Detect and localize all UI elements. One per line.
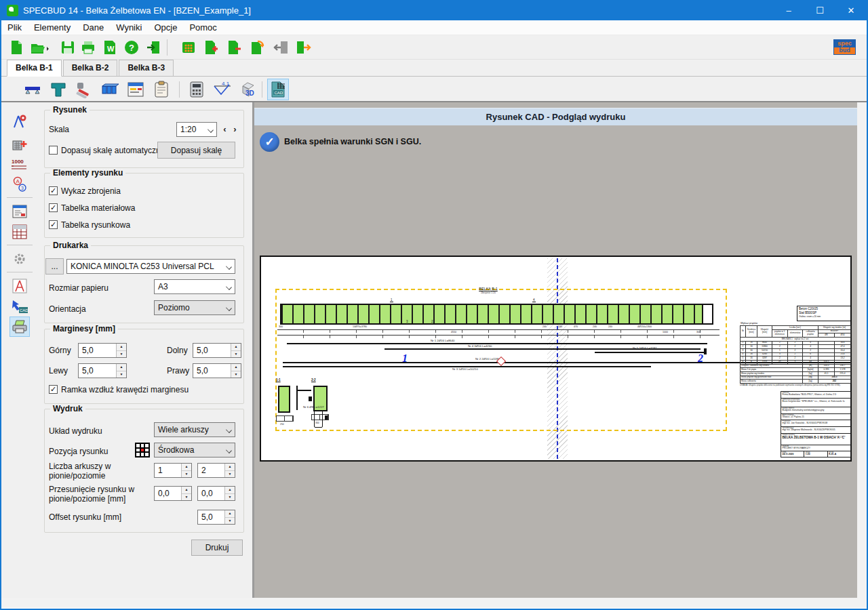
- tabelka-rysunkowa-checkbox[interactable]: [49, 220, 58, 229]
- dimension-text: 240: [558, 325, 562, 328]
- menu-plik[interactable]: Plik: [1, 21, 28, 34]
- elements-list-button[interactable]: [179, 38, 198, 57]
- cad-drawing-button[interactable]: CAD: [267, 79, 289, 100]
- word-doc-icon: W: [102, 40, 117, 55]
- drawing-settings-button[interactable]: [9, 112, 30, 132]
- dimension-text: 470: [574, 325, 578, 328]
- new-file-button[interactable]: [7, 38, 26, 57]
- next-element-button[interactable]: [294, 38, 313, 57]
- menu-opcje[interactable]: Opcje: [148, 21, 183, 34]
- skala-combo[interactable]: 1:20: [176, 122, 217, 137]
- preview-caption: Rysunek CAD - Podgląd wydruku: [254, 108, 857, 125]
- auto-scale-checkbox[interactable]: [49, 146, 58, 155]
- print-preview-button[interactable]: [9, 317, 30, 337]
- dimension-text: 300: [279, 325, 283, 328]
- add-element-icon: [203, 40, 220, 55]
- shift-vertical-spinner[interactable]: 0,0▲▼: [154, 486, 192, 501]
- rebar-table-button[interactable]: [9, 222, 30, 242]
- menu-dane[interactable]: Dane: [77, 21, 110, 34]
- print-button-main[interactable]: Drukuj: [191, 540, 243, 556]
- save-button[interactable]: [58, 38, 77, 57]
- skala-prev-button[interactable]: ‹: [220, 123, 229, 136]
- frame-checkbox[interactable]: [49, 385, 58, 394]
- results-diagram-button[interactable]: 4,1: [212, 79, 233, 100]
- print-settings-panel: Rysunek Skala 1:20 ‹ › Dopasuj skalę aut…: [39, 102, 252, 598]
- rebar-schedule-note: UWAGA: Długości prętów obliczono na pods…: [740, 384, 851, 387]
- cad-export-button[interactable]: CAD: [9, 296, 30, 317]
- notes-button[interactable]: [151, 79, 172, 100]
- remove-element-icon: [226, 40, 243, 55]
- add-element-button[interactable]: [202, 38, 221, 57]
- dimension-text: 4550: [451, 331, 456, 333]
- shift-horizontal-spinner[interactable]: 0,0▲▼: [197, 486, 235, 501]
- orientation-combo[interactable]: Poziomo: [154, 300, 235, 315]
- labels-button[interactable]: A3: [9, 174, 30, 195]
- tab-belka-b2[interactable]: Belka B-2: [63, 60, 118, 76]
- printer-combo[interactable]: KONICA MINOLTA C253 Universal PCL: [66, 259, 235, 274]
- spans-3d-button[interactable]: [99, 79, 121, 100]
- beam-drawing-subtitle: Zbrojenie 1:20: [458, 291, 519, 294]
- maximize-button[interactable]: ☐: [804, 0, 835, 20]
- previous-element-button[interactable]: [271, 38, 290, 57]
- copy-element-button[interactable]: [248, 38, 267, 57]
- margin-bottom-spinner[interactable]: 5,0▲▼: [193, 343, 241, 358]
- skala-next-button[interactable]: ›: [231, 123, 239, 136]
- margin-left-spinner[interactable]: 5,0▲▼: [78, 363, 127, 378]
- group-rysunek: Rysunek: [44, 110, 244, 168]
- spin-down-icon: ▼: [231, 350, 241, 358]
- tab-belka-b1[interactable]: Belka B-1: [7, 60, 62, 77]
- loads-dialog-button[interactable]: [125, 79, 146, 100]
- open-file-button[interactable]: [28, 38, 53, 57]
- material-box: Beton C20/25 Stal B500SP Otulina: cnom =…: [797, 306, 851, 321]
- rebar-label: Nr 4 3Ø16 L=4260: [468, 344, 492, 348]
- drawing-window-button[interactable]: [9, 201, 30, 222]
- frame-label: Ramka wzdłuż krawędzi marginesu: [61, 385, 189, 394]
- dimension-text: 300: [696, 331, 701, 333]
- spin-up-icon: ▲: [182, 487, 191, 493]
- exit-button[interactable]: [144, 38, 163, 57]
- tabelka-materialowa-checkbox[interactable]: [49, 203, 58, 212]
- margin-top-spinner[interactable]: 5,0▲▼: [78, 343, 127, 358]
- layout-combo[interactable]: Wiele arkuszy: [154, 422, 235, 437]
- menu-elementy[interactable]: Elementy: [28, 21, 77, 34]
- fit-scale-button[interactable]: Dopasuj skalę: [157, 142, 235, 159]
- wykaz-zbrojenia-checkbox[interactable]: [49, 186, 58, 195]
- sheet-number-2: 2: [698, 352, 703, 365]
- menu-wyniki[interactable]: Wyniki: [110, 21, 148, 34]
- help-button[interactable]: ?: [122, 38, 141, 57]
- left-icon-strip: 1000 A3 CAD: [1, 102, 39, 598]
- export-word-button[interactable]: W: [100, 38, 119, 57]
- sheets-horizontal-spinner[interactable]: 2▲▼: [197, 463, 235, 478]
- minimize-button[interactable]: –: [773, 0, 804, 20]
- section-button[interactable]: [47, 79, 69, 100]
- print-preview-sheet[interactable]: BELKA B-1 Zbrojenie 1:20 1 4 3 2 300 14Ø…: [260, 256, 852, 462]
- preview-area: Rysunek CAD - Podgląd wydruku ✓ Belka sp…: [254, 102, 857, 598]
- margin-right-spinner[interactable]: 5,0▲▼: [193, 363, 241, 378]
- spin-down-icon: ▼: [225, 517, 235, 525]
- spin-up-icon: ▲: [117, 364, 126, 371]
- spin-up-icon: ▲: [225, 464, 235, 470]
- paper-size-combo[interactable]: A3: [154, 279, 235, 294]
- offset-spinner[interactable]: 5,0▲▼: [197, 510, 235, 525]
- print-button[interactable]: [79, 38, 98, 57]
- printer-browse-button[interactable]: ...: [45, 258, 64, 274]
- section-mark: 3: [406, 320, 409, 324]
- materials-button[interactable]: [73, 79, 95, 100]
- position-combo[interactable]: Środkowa: [154, 443, 235, 458]
- view-3d-button[interactable]: 3D: [237, 79, 259, 100]
- margin-left-label: Lewy: [49, 366, 68, 375]
- settings-button[interactable]: [9, 249, 30, 269]
- chevron-down-icon: [226, 427, 232, 433]
- calculation-button[interactable]: [186, 79, 208, 100]
- drawing-tools-button[interactable]: [9, 276, 30, 296]
- dimensions-button[interactable]: 1000: [9, 154, 30, 174]
- tab-belka-b3[interactable]: Belka B-3: [119, 60, 174, 76]
- section-cross-section: [278, 386, 290, 413]
- geometry-button[interactable]: [22, 79, 43, 100]
- add-drawing-button[interactable]: [9, 134, 30, 154]
- menu-pomoc[interactable]: Pomoc: [183, 21, 222, 34]
- close-button[interactable]: ✕: [835, 0, 867, 20]
- remove-element-button[interactable]: [225, 38, 244, 57]
- sheets-vertical-spinner[interactable]: 1▲▼: [154, 463, 192, 478]
- building-plus-icon: [12, 136, 28, 152]
